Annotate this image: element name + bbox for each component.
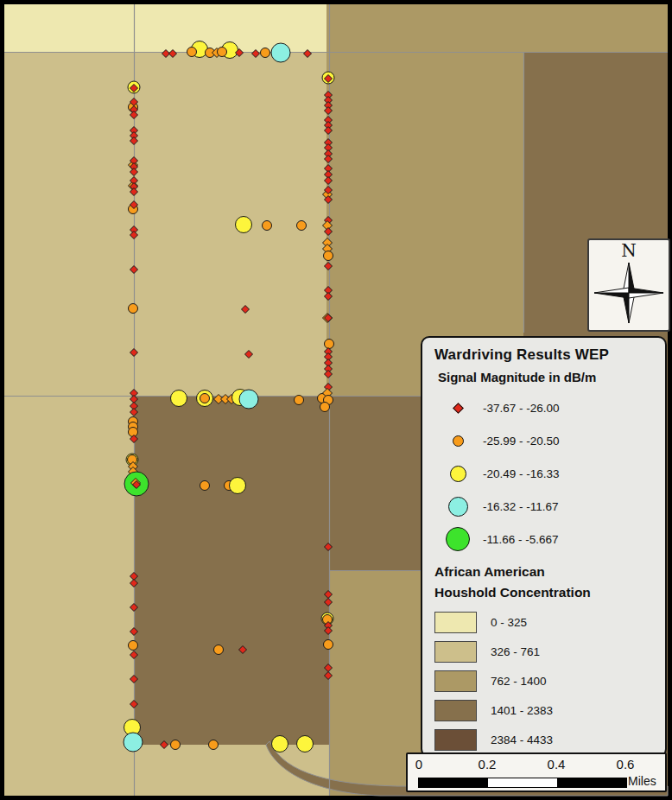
legend-subtitle: Signal Magnitude in dB/m: [438, 370, 655, 384]
scale-unit-label: Miles: [628, 774, 656, 788]
household-class-label: 326 - 761: [491, 645, 540, 658]
signal-class-label: -11.66 - -5.667: [483, 533, 559, 546]
scale-segment: [488, 778, 557, 787]
household-swatch: [434, 729, 477, 751]
scale-tick: 0.2: [479, 757, 497, 771]
scale-segment: [557, 778, 626, 787]
legend-household-row: 1401 - 2383: [433, 695, 655, 725]
green-circle-icon: [446, 527, 470, 551]
tract-region-top-yellow: [4, 4, 326, 52]
legend-household-row: 326 - 761: [433, 637, 655, 666]
cyan-circle-icon: [448, 497, 468, 517]
scale-tick: 0.6: [617, 757, 635, 771]
signal-class-label: -25.99 - -20.50: [483, 435, 560, 448]
north-label: N: [589, 241, 669, 260]
scale-segment: [419, 778, 488, 787]
compass-star-icon: [593, 260, 665, 326]
household-swatch: [434, 612, 477, 633]
map-export-canvas: N Wardriving Results WEP Signal Magnitud…: [0, 0, 672, 800]
household-title-line1: African American: [434, 564, 655, 580]
yellow-circle-icon: [450, 466, 466, 482]
signal-class-label: -20.49 - -16.33: [483, 467, 560, 480]
orange-circle-icon: [453, 435, 464, 447]
legend-signal-row: -25.99 - -20.50: [433, 424, 655, 457]
legend-household-row: 2384 - 4433: [433, 725, 655, 754]
legend-household-row: 0 - 325: [433, 607, 655, 637]
household-class-label: 2384 - 4433: [491, 733, 553, 746]
household-swatch: [434, 700, 477, 721]
household-class-label: 762 - 1400: [491, 675, 547, 688]
signal-class-label: -16.32 - -11.67: [483, 500, 559, 513]
legend-signal-row: -16.32 - -11.67: [433, 490, 655, 523]
north-arrow: N: [587, 238, 670, 332]
legend-household-row: 762 - 1400: [433, 666, 655, 695]
legend-signal-row: -11.66 - -5.667: [433, 523, 655, 556]
scale-bar-segments: [418, 778, 627, 788]
scale-tick: 0.4: [548, 757, 566, 771]
signal-class-label: -37.67 - -26.00: [483, 402, 560, 415]
household-class-label: 0 - 325: [491, 616, 527, 629]
household-swatch: [434, 670, 477, 692]
household-class-label: 1401 - 2383: [491, 704, 553, 717]
legend-title: Wardriving Results WEP: [434, 346, 655, 364]
scale-bar: 0 0.2 0.4 0.6 Miles: [406, 752, 667, 792]
household-title-line2: Houshold Concentration: [434, 585, 655, 600]
legend-signal-row: -20.49 - -16.33: [433, 457, 655, 490]
legend-signal-row: -37.67 - -26.00: [433, 391, 655, 424]
map-legend: Wardriving Results WEP Signal Magnitude …: [421, 336, 667, 758]
household-swatch: [434, 641, 477, 663]
scale-tick: 0: [415, 757, 422, 771]
tract-region-block-lower: [134, 570, 329, 745]
tract-region-top-right: [326, 4, 668, 52]
red-diamond-icon: [453, 403, 464, 414]
